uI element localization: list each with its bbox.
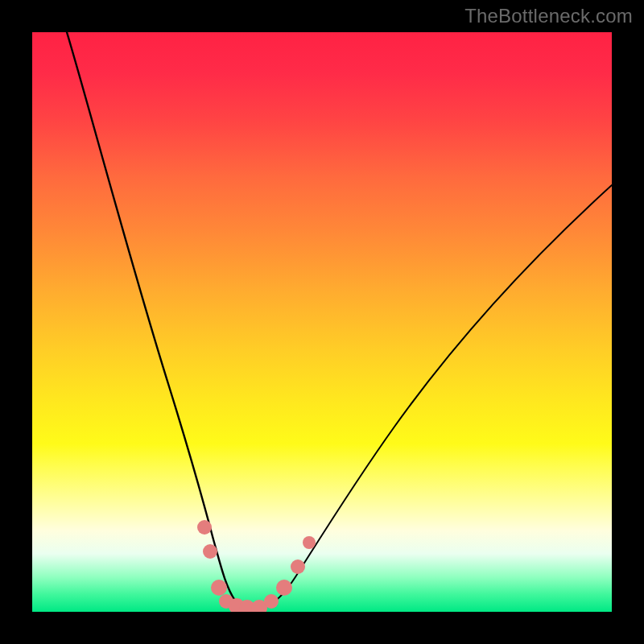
bottleneck-curve-left [67, 32, 254, 608]
chart-overlay [32, 32, 612, 612]
chart-marker [291, 559, 305, 574]
chart-marker [303, 536, 316, 549]
chart-marker [211, 580, 227, 596]
chart-marker [276, 580, 292, 596]
chart-marker [203, 544, 217, 559]
chart-marker [264, 594, 279, 609]
watermark: TheBottleneck.com [464, 5, 633, 27]
chart-marker [197, 520, 212, 535]
